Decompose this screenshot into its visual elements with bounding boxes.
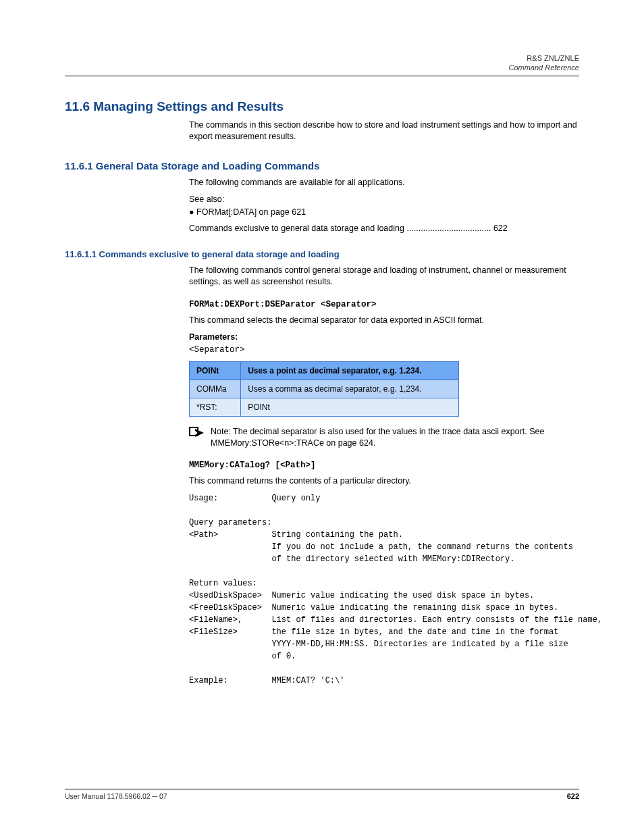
- body-text: The following commands are available for…: [189, 177, 579, 188]
- parameter-name: <Separator>: [189, 344, 579, 356]
- command-name: MMEMory:CATalog? [<Path>]: [189, 461, 579, 470]
- header-rule: [65, 76, 579, 76]
- parameters-label: Parameters:: [189, 332, 579, 343]
- command-name: FORMat:DEXPort:DSEParator <Separator>: [189, 300, 579, 309]
- table-cell: Uses a comma as decimal separator, e.g. …: [241, 380, 459, 398]
- table-row: *RST: POINt: [190, 398, 459, 416]
- header-path: R&S ZNL/ZNLE: [65, 54, 579, 62]
- header-section-title: Command Reference: [65, 63, 579, 72]
- heading-level-3: 11.6.1 General Data Storage and Loading …: [65, 160, 579, 172]
- svg-marker-1: [195, 429, 204, 437]
- note-text: Note: The decimal separator is also used…: [211, 426, 579, 449]
- parameter-table: POINt Uses a point as decimal separator,…: [189, 361, 459, 417]
- page-footer: User Manual 1178.5966.02 ─ 07 622: [65, 789, 579, 800]
- list-item: ● FORMat[:DATA] on page 621: [189, 207, 579, 218]
- note-block: Note: The decimal separator is also used…: [189, 426, 579, 449]
- table-cell: Uses a point as decimal separator, e.g. …: [241, 361, 459, 380]
- body-text: See also:: [189, 194, 579, 205]
- page-number: 622: [567, 792, 579, 800]
- toc-line: Commands exclusive to general data stora…: [189, 223, 579, 234]
- page: R&S ZNL/ZNLE Command Reference 11.6 Mana…: [0, 0, 644, 834]
- heading-level-4: 11.6.1.1 Commands exclusive to general d…: [65, 249, 579, 259]
- table-cell: POINt: [190, 361, 241, 380]
- body-text: This command selects the decimal separat…: [189, 315, 579, 326]
- intro-paragraph: The commands in this section describe ho…: [189, 120, 579, 142]
- code-block: Usage: Query only Query parameters: <Pat…: [189, 492, 579, 687]
- table-row: COMMa Uses a comma as decimal separator,…: [190, 380, 459, 398]
- note-icon: [189, 426, 204, 442]
- table-cell: POINt: [241, 398, 459, 416]
- heading-level-2: 11.6 Managing Settings and Results: [65, 99, 579, 114]
- table-cell: *RST:: [190, 398, 241, 416]
- body-text: The following commands control general s…: [189, 265, 579, 288]
- table-cell: COMMa: [190, 380, 241, 398]
- footer-left: User Manual 1178.5966.02 ─ 07: [65, 792, 167, 800]
- body-text: This command returns the contents of a p…: [189, 475, 579, 487]
- table-row-header: POINt Uses a point as decimal separator,…: [190, 361, 459, 380]
